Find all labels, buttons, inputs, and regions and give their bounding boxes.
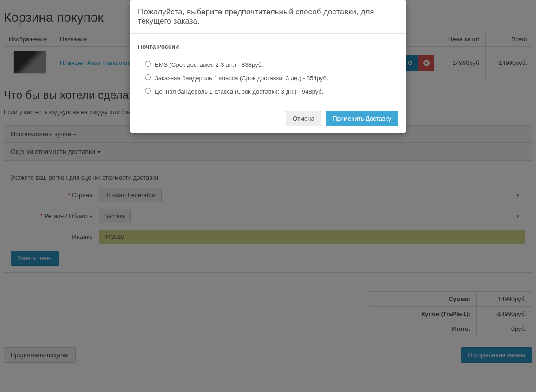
- modal-title: Пожалуйста, выберите предпочтительный сп…: [130, 0, 406, 34]
- shipping-modal: Пожалуйста, выберите предпочтительный сп…: [130, 0, 406, 133]
- shipping-group-title: Почта России: [138, 42, 398, 51]
- shipping-option[interactable]: EMS (Срок доставки: 2-3 дн.) - 838руб.: [138, 57, 398, 71]
- shipping-option[interactable]: Ценная бандероль 1 класса (Срок доставки…: [138, 84, 398, 97]
- shipping-option[interactable]: Заказная бандероль 1 класса (Срок достав…: [138, 71, 398, 84]
- shipping-radio[interactable]: [145, 74, 151, 80]
- apply-shipping-button[interactable]: Применить Доставку: [326, 111, 398, 126]
- modal-overlay[interactable]: Пожалуйста, выберите предпочтительный сп…: [0, 0, 536, 366]
- shipping-radio[interactable]: [145, 61, 151, 67]
- shipping-radio[interactable]: [145, 88, 151, 94]
- cancel-button[interactable]: Отмена: [286, 111, 321, 126]
